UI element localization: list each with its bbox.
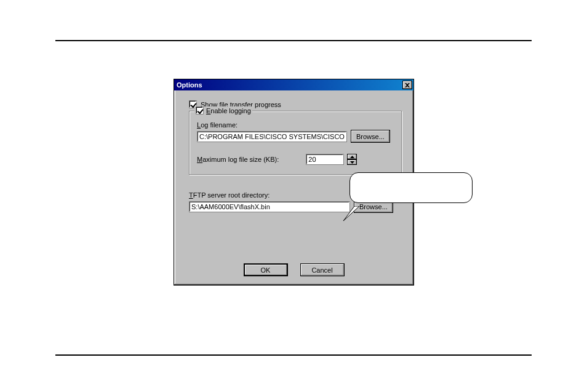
page-rule-bottom <box>55 354 532 356</box>
svg-marker-0 <box>343 206 359 221</box>
tftp-root-input[interactable] <box>189 201 350 212</box>
close-button[interactable] <box>402 81 412 89</box>
max-logsize-line: Maximum log file size (KB): <box>197 154 394 165</box>
chevron-up-icon <box>350 156 354 158</box>
titlebar: Options <box>174 79 413 90</box>
dialog-buttons: OK Cancel <box>174 263 413 276</box>
dialog-title: Options <box>177 81 202 89</box>
close-icon <box>405 83 410 87</box>
annotation-callout <box>349 172 473 203</box>
log-browse-button[interactable]: Browse... <box>351 130 390 143</box>
chevron-down-icon <box>350 161 354 164</box>
spin-down-button[interactable] <box>347 159 357 165</box>
enable-logging-label[interactable]: Enable logging <box>206 107 251 114</box>
max-logsize-spinner <box>347 154 357 165</box>
cancel-button[interactable]: Cancel <box>300 263 345 276</box>
page-rule-top <box>55 40 532 41</box>
max-logsize-input[interactable] <box>306 154 344 165</box>
log-filename-label: Log filename: <box>197 121 394 129</box>
logging-group-legend: Enable logging <box>194 106 252 114</box>
ok-button[interactable]: OK <box>244 263 288 276</box>
spin-up-button[interactable] <box>347 154 357 159</box>
log-filename-line: Browse... <box>197 130 394 143</box>
enable-logging-checkbox[interactable] <box>196 106 204 114</box>
logging-group: Enable logging Log filename: Browse... M… <box>189 111 402 175</box>
log-filename-input[interactable] <box>197 131 347 142</box>
max-logsize-label: Maximum log file size (KB): <box>197 156 279 163</box>
